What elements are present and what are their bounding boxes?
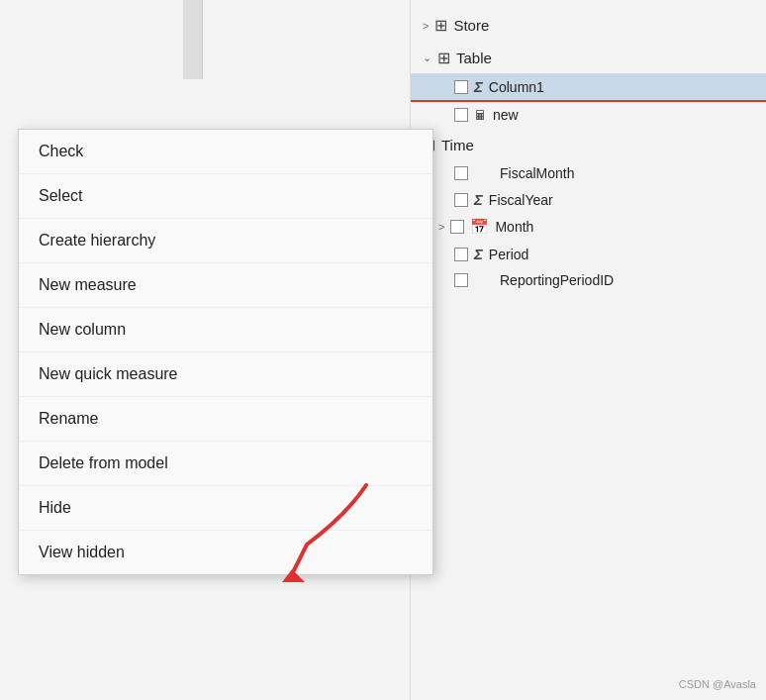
field-panel: > ⊞ Store ⌄ ⊞ Table Σ Column1 🖩 new — [410, 0, 766, 700]
field-label-column1: Column1 — [489, 79, 544, 95]
field-label-reportingperiodid: ReportingPeriodID — [500, 272, 614, 288]
menu-item-rename[interactable]: Rename — [19, 397, 432, 442]
field-group-store: > ⊞ Store — [411, 10, 766, 41]
menu-item-new-measure[interactable]: New measure — [19, 263, 432, 308]
sigma-icon: Σ — [474, 246, 483, 262]
field-item-fiscalyear[interactable]: Σ FiscalYear — [411, 186, 766, 213]
checkbox-reportingperiodid[interactable] — [454, 273, 468, 287]
field-item-fiscalmonth[interactable]: FiscalMonth — [411, 160, 766, 186]
checkbox-fiscalyear[interactable] — [454, 193, 468, 207]
field-label-period: Period — [489, 247, 528, 262]
menu-item-hide[interactable]: Hide — [19, 486, 432, 531]
group-header-time[interactable]: ⊞ Time — [411, 130, 766, 160]
group-header-table[interactable]: ⌄ ⊞ Table — [411, 43, 766, 73]
calendar-icon: 📅 — [470, 218, 489, 236]
checkbox-fiscalmonth[interactable] — [454, 166, 468, 180]
field-list: > ⊞ Store ⌄ ⊞ Table Σ Column1 🖩 new — [411, 0, 766, 293]
group-header-store[interactable]: > ⊞ Store — [411, 10, 766, 41]
field-group-table: ⌄ ⊞ Table Σ Column1 🖩 new — [411, 43, 766, 128]
checkbox-new[interactable] — [454, 108, 468, 122]
sigma-icon: Σ — [474, 78, 483, 95]
chevron-month-icon: > — [438, 221, 444, 233]
menu-item-create-hierarchy[interactable]: Create hierarchy — [19, 219, 432, 263]
field-label-fiscalyear: FiscalYear — [489, 192, 553, 208]
watermark: CSDN @Avasla — [679, 678, 756, 690]
field-item-new[interactable]: 🖩 new — [411, 102, 766, 128]
field-item-month[interactable]: > 📅 Month — [411, 213, 766, 241]
menu-item-view-hidden[interactable]: View hidden — [19, 531, 432, 574]
chevron-icon: > — [423, 20, 429, 32]
field-label-month: Month — [495, 219, 533, 235]
menu-item-select[interactable]: Select — [19, 174, 432, 219]
checkbox-column1[interactable] — [454, 80, 468, 94]
calc-icon: 🖩 — [474, 108, 487, 123]
scrollbar[interactable] — [183, 0, 203, 79]
field-item-period[interactable]: Σ Period — [411, 241, 766, 267]
field-group-time: ⊞ Time FiscalMonth Σ FiscalYear > 📅 Mont… — [411, 130, 766, 293]
context-menu: Check Select Create hierarchy New measur… — [18, 129, 433, 575]
table-icon: ⊞ — [437, 49, 450, 67]
menu-item-new-column[interactable]: New column — [19, 308, 432, 352]
field-item-reportingperiodid[interactable]: ReportingPeriodID — [411, 267, 766, 293]
checkbox-month[interactable] — [450, 220, 464, 234]
field-item-column1[interactable]: Σ Column1 — [411, 73, 766, 102]
chevron-icon: ⌄ — [423, 51, 431, 64]
field-label-new: new — [493, 107, 519, 123]
checkbox-period[interactable] — [454, 248, 468, 261]
group-label-time: Time — [441, 137, 474, 153]
group-label-store: Store — [453, 17, 489, 34]
menu-item-new-quick-measure[interactable]: New quick measure — [19, 352, 432, 397]
sigma-icon: Σ — [474, 191, 483, 208]
menu-item-check[interactable]: Check — [19, 130, 432, 174]
group-label-table: Table — [456, 50, 492, 66]
table-icon: ⊞ — [434, 16, 447, 35]
field-label-fiscalmonth: FiscalMonth — [500, 165, 574, 181]
menu-item-delete-from-model[interactable]: Delete from model — [19, 442, 432, 486]
